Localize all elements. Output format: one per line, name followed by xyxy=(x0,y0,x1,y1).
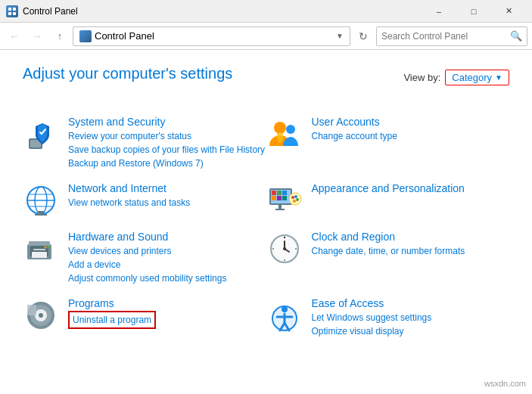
category-system-security: System and Security Review your computer… xyxy=(23,110,266,176)
svg-rect-32 xyxy=(32,252,47,258)
svg-point-35 xyxy=(47,246,50,249)
ease-link-1[interactable]: Optimize visual display xyxy=(312,324,510,338)
appearance-title[interactable]: Appearance and Personalization xyxy=(312,182,510,194)
category-hardware-sound: Hardware and Sound View devices and prin… xyxy=(23,225,266,291)
address-bar: ← → ↑ Control Panel ▼ ↻ 🔍 xyxy=(0,23,532,50)
ease-of-access-title[interactable]: Ease of Access xyxy=(312,297,510,309)
svg-rect-17 xyxy=(272,191,276,195)
svg-rect-0 xyxy=(8,8,11,11)
search-icon: 🔍 xyxy=(510,30,522,42)
system-security-title[interactable]: System and Security xyxy=(68,116,266,128)
user-accounts-content: User Accounts Change account type xyxy=(312,116,510,143)
svg-rect-21 xyxy=(277,196,282,200)
system-security-link-1[interactable]: Save backup copies of your files with Fi… xyxy=(68,143,266,157)
view-by-value: Category xyxy=(452,72,492,83)
search-input[interactable] xyxy=(381,31,510,42)
svg-rect-23 xyxy=(278,205,282,209)
svg-point-6 xyxy=(274,122,286,134)
svg-rect-19 xyxy=(282,191,287,195)
network-internet-icon xyxy=(23,182,59,219)
user-accounts-title[interactable]: User Accounts xyxy=(312,116,510,128)
window-controls: – □ ✕ xyxy=(422,0,526,23)
category-network-internet: Network and Internet View network status… xyxy=(23,176,266,225)
svg-rect-24 xyxy=(275,209,285,210)
clock-link-0[interactable]: Change date, time, or number formats xyxy=(312,244,510,258)
clock-region-icon xyxy=(266,231,303,267)
refresh-button[interactable]: ↻ xyxy=(353,26,373,46)
network-link-0[interactable]: View network status and tasks xyxy=(68,196,266,209)
clock-region-title[interactable]: Clock and Region xyxy=(312,231,510,243)
svg-rect-33 xyxy=(33,249,45,250)
up-button[interactable]: ↑ xyxy=(50,26,70,46)
svg-rect-22 xyxy=(282,196,287,200)
hardware-sound-content: Hardware and Sound View devices and prin… xyxy=(68,231,266,285)
hardware-link-2[interactable]: Adjust commonly used mobility settings xyxy=(68,271,266,285)
svg-rect-1 xyxy=(13,8,16,11)
system-security-content: System and Security Review your computer… xyxy=(68,116,266,170)
address-path[interactable]: Control Panel ▼ xyxy=(73,26,350,46)
ease-link-0[interactable]: Let Windows suggest settings xyxy=(312,311,510,324)
view-by-label: View by: xyxy=(403,72,440,83)
svg-rect-20 xyxy=(272,196,276,200)
svg-rect-14 xyxy=(35,214,47,216)
back-button[interactable]: ← xyxy=(5,26,24,46)
app-icon xyxy=(6,5,18,17)
programs-content: Programs Uninstall a program xyxy=(68,297,266,329)
user-accounts-link-0[interactable]: Change account type xyxy=(312,129,510,143)
svg-point-27 xyxy=(294,195,297,198)
svg-point-25 xyxy=(289,193,301,205)
maximize-button[interactable]: □ xyxy=(456,0,491,23)
system-security-link-2[interactable]: Backup and Restore (Windows 7) xyxy=(68,157,266,170)
svg-point-36 xyxy=(45,247,47,249)
svg-point-49 xyxy=(39,313,43,318)
svg-rect-34 xyxy=(29,241,50,246)
hardware-sound-title[interactable]: Hardware and Sound xyxy=(68,231,266,243)
minimize-button[interactable]: – xyxy=(422,0,456,23)
hardware-link-0[interactable]: View devices and printers xyxy=(68,244,266,258)
path-icon xyxy=(79,30,92,42)
search-box: 🔍 xyxy=(376,26,527,46)
page-title: Adjust your computer's settings xyxy=(23,65,232,82)
watermark: wsxdn.com xyxy=(484,379,526,388)
category-appearance: Appearance and Personalization xyxy=(266,176,510,225)
category-clock-region: Clock and Region Change date, time, or n… xyxy=(266,225,510,291)
svg-rect-50 xyxy=(27,305,36,315)
svg-point-52 xyxy=(282,306,288,312)
svg-point-7 xyxy=(286,125,295,134)
svg-point-29 xyxy=(293,200,296,203)
view-by-dropdown[interactable]: Category ▼ xyxy=(445,70,509,85)
svg-rect-3 xyxy=(13,12,16,15)
svg-rect-2 xyxy=(8,12,11,15)
programs-link-0[interactable]: Uninstall a program xyxy=(68,311,156,329)
category-user-accounts: User Accounts Change account type xyxy=(266,110,510,176)
window-title: Control Panel xyxy=(23,6,422,17)
category-programs: Programs Uninstall a program xyxy=(23,291,266,344)
forward-button[interactable]: → xyxy=(27,26,47,46)
svg-point-28 xyxy=(296,198,299,201)
title-bar: Control Panel – □ ✕ xyxy=(0,0,532,23)
ease-of-access-content: Ease of Access Let Windows suggest setti… xyxy=(312,297,510,338)
main-content: Adjust your computer's settings View by:… xyxy=(0,50,532,359)
hardware-link-1[interactable]: Add a device xyxy=(68,258,266,271)
programs-icon xyxy=(23,297,59,334)
appearance-icon xyxy=(266,182,303,219)
path-dropdown-arrow: ▼ xyxy=(336,32,344,40)
user-accounts-icon xyxy=(266,116,303,152)
categories-grid: System and Security Review your computer… xyxy=(23,110,509,344)
svg-point-26 xyxy=(291,196,294,199)
programs-title[interactable]: Programs xyxy=(68,297,266,309)
network-title[interactable]: Network and Internet xyxy=(68,182,266,194)
svg-rect-13 xyxy=(38,211,44,214)
network-content: Network and Internet View network status… xyxy=(68,182,266,209)
appearance-content: Appearance and Personalization xyxy=(312,182,510,196)
path-text: Control Panel xyxy=(95,30,336,42)
svg-rect-18 xyxy=(277,191,282,195)
ease-of-access-icon xyxy=(266,297,303,334)
system-security-icon xyxy=(23,116,59,152)
close-button[interactable]: ✕ xyxy=(491,0,526,23)
category-ease-of-access: Ease of Access Let Windows suggest setti… xyxy=(266,291,510,344)
system-security-link-0[interactable]: Review your computer's status xyxy=(68,129,266,143)
clock-region-content: Clock and Region Change date, time, or n… xyxy=(312,231,510,258)
svg-point-45 xyxy=(283,247,286,250)
hardware-sound-icon xyxy=(23,231,59,267)
